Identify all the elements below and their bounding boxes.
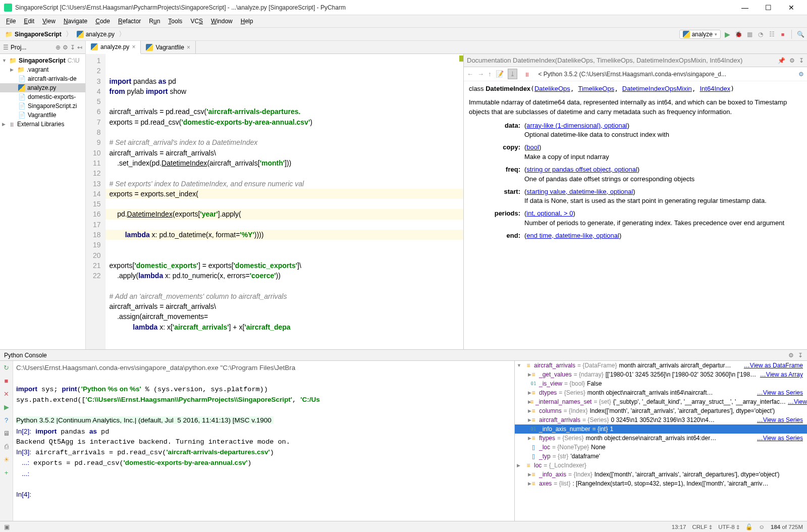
expand-icon[interactable]: ▶	[517, 390, 528, 395]
menu-view[interactable]: View	[38, 16, 60, 26]
expand-icon[interactable]: ▶	[517, 372, 528, 377]
status-inspect-icon[interactable]: ☺	[759, 524, 765, 530]
doc-link[interactable]: bool	[526, 143, 539, 151]
maximize-button[interactable]: ☐	[757, 1, 780, 15]
variable-row[interactable]: _info_axis_number = {int} 1	[515, 424, 807, 434]
hide-icon[interactable]: ↧	[798, 352, 803, 359]
code-content[interactable]: import pandas as pd from pylab import sh…	[105, 54, 463, 349]
doc-link[interactable]: TimelikeOps	[578, 85, 614, 92]
variable-row[interactable]: ▶ axes = {list} : [RangeIndex(start=0, s…	[515, 479, 807, 488]
menu-help[interactable]: Help	[237, 16, 257, 26]
view-as-link[interactable]: …View as DataFrame	[744, 362, 805, 369]
breadcrumb-root[interactable]: SingaporeScript	[2, 30, 65, 39]
editor-tab[interactable]: Vagrantfile×	[141, 41, 196, 54]
variable-row[interactable]: ▶ aircraft_arrivals = {Series} 0 3245\n1…	[515, 415, 807, 424]
variable-row[interactable]: ▶ loc = {_LocIndexer}	[515, 461, 807, 470]
close-button[interactable]: ✕	[780, 1, 803, 15]
stop-icon[interactable]: ■	[2, 376, 11, 385]
close-icon[interactable]: ×	[132, 43, 135, 50]
resume-icon[interactable]: ▶	[2, 402, 11, 411]
status-memory[interactable]: 184 of 725M	[771, 524, 803, 530]
tree-item[interactable]: 📄 SingaporeScript.zi	[0, 101, 85, 111]
nav-back-icon[interactable]: ←	[467, 70, 473, 78]
expand-icon[interactable]: ▶	[10, 67, 15, 72]
close-icon[interactable]: ×	[187, 44, 190, 51]
attach-icon[interactable]: 🖥	[2, 429, 11, 438]
view-as-link[interactable]: …View as Array	[760, 371, 805, 378]
tree-item[interactable]: 📄 aircraft-arrivals-de	[0, 74, 85, 83]
variable-row[interactable]: _is_view = {bool} False	[515, 379, 807, 388]
doc-link[interactable]: DatelikeOps	[534, 85, 570, 92]
menu-file[interactable]: File	[2, 16, 20, 26]
search-button[interactable]: 🔍	[796, 30, 805, 39]
scroll-from-source-icon[interactable]: ⊕	[56, 44, 61, 51]
nav-up-icon[interactable]: ↑	[488, 70, 492, 78]
menu-vcs[interactable]: VCS	[186, 16, 207, 26]
history-icon[interactable]: ⎙	[2, 442, 11, 451]
variable-row[interactable]: ▶ columns = {Index} Index(['month', 'air…	[515, 406, 807, 415]
menu-edit[interactable]: Edit	[20, 16, 38, 26]
variable-row[interactable]: ▶ _internal_names_set = {set} {'_subtyp'…	[515, 397, 807, 406]
concurrency-button[interactable]: ☷	[767, 30, 776, 39]
expand-icon[interactable]: ▶	[517, 417, 528, 422]
hide-icon[interactable]: ↧	[799, 57, 804, 64]
view-as-link[interactable]: …View as Series	[757, 435, 805, 442]
doc-link[interactable]: starting value, datetime-like, optional	[526, 188, 633, 195]
help-icon[interactable]: ?	[2, 415, 11, 424]
coverage-button[interactable]: ▦	[745, 30, 754, 39]
auto-scroll-icon[interactable]: ⤓	[508, 69, 517, 79]
variable-row[interactable]: ▶ dtypes = {Series} month object\naircra…	[515, 388, 807, 397]
expand-icon[interactable]: ▶	[517, 463, 523, 468]
nav-forward-icon[interactable]: →	[477, 70, 484, 78]
menu-tools[interactable]: Tools	[164, 16, 186, 26]
pin-icon[interactable]	[778, 57, 785, 64]
variable-row[interactable]: _loc = {NoneType} None	[515, 443, 807, 452]
doc-link[interactable]: DatetimeIndexOpsMixin	[622, 85, 692, 92]
profile-button[interactable]: ◔	[756, 30, 765, 39]
tree-root[interactable]: ▼ SingaporeScript C:\U	[0, 56, 85, 65]
status-line-sep[interactable]: CRLF ‡	[692, 524, 713, 530]
gear-icon[interactable]	[63, 44, 68, 51]
doc-link[interactable]: Int64Index	[700, 85, 730, 92]
stop-button[interactable]: ■	[778, 30, 787, 39]
doc-link[interactable]: end time, datetime-like, optional	[526, 232, 619, 239]
expand-icon[interactable]: ▶	[517, 408, 528, 413]
gear-icon[interactable]	[789, 57, 795, 64]
status-encoding[interactable]: UTF-8 ‡	[718, 524, 739, 530]
tree-item[interactable]: ▶ .vagrant	[0, 65, 85, 74]
view-as-link[interactable]: …View as Series	[757, 389, 805, 396]
tree-item[interactable]: 📄 Vagrantfile	[0, 111, 85, 120]
console-output[interactable]: C:\Users\Ernst.Haagsman\.conda-envs\sing…	[13, 361, 514, 521]
expand-icon[interactable]: ▼	[2, 58, 7, 63]
expand-icon[interactable]: ▶	[517, 436, 528, 441]
run-button[interactable]: ▶	[723, 30, 732, 39]
view-as-link[interactable]: …View as Series	[757, 416, 805, 423]
menu-code[interactable]: Code	[91, 16, 114, 26]
breadcrumb-file[interactable]: analyze.py	[74, 30, 118, 39]
variable-row[interactable]: ▶ _info_axis = {Index} Index(['month', '…	[515, 470, 807, 479]
menu-window[interactable]: Window	[207, 16, 237, 26]
run-config-selector[interactable]: analyze ▾	[679, 30, 721, 39]
view-as-link[interactable]: …View	[788, 398, 807, 405]
gear-icon[interactable]	[788, 352, 794, 359]
menu-navigate[interactable]: Navigate	[60, 16, 91, 26]
expand-icon[interactable]: ▶	[517, 399, 528, 404]
debug-button[interactable]: 🐞	[734, 30, 743, 39]
menu-refactor[interactable]: Refactor	[114, 16, 145, 26]
rerun-icon[interactable]: ↻	[2, 363, 11, 372]
doc-link[interactable]: string or pandas offset object, optional	[526, 166, 637, 173]
menu-run[interactable]: Run	[145, 16, 164, 26]
status-lock-icon[interactable]: 🔓	[745, 523, 752, 530]
doc-link[interactable]: array-like (1-dimensional), optional	[526, 122, 627, 129]
variable-row[interactable]: ▼ aircraft_arrivals = {DataFrame} month …	[515, 361, 807, 370]
expand-icon[interactable]: ▼	[517, 363, 523, 368]
editor-tab[interactable]: analyze.py×	[86, 41, 141, 54]
gear-icon[interactable]	[798, 71, 804, 78]
expand-icon[interactable]: ▶	[517, 481, 528, 486]
tree-item[interactable]: analyze.py	[0, 83, 85, 92]
variable-row[interactable]: ▶ _get_values = {ndarray} [['1980-01' 32…	[515, 370, 807, 379]
variable-row[interactable]: _typ = {str} 'dataframe'	[515, 452, 807, 461]
hide-icon[interactable]: ↤	[77, 44, 82, 51]
variable-row[interactable]: ▶ ftypes = {Series} month object:dense\n…	[515, 434, 807, 443]
expand-icon[interactable]: ▶	[2, 122, 7, 127]
